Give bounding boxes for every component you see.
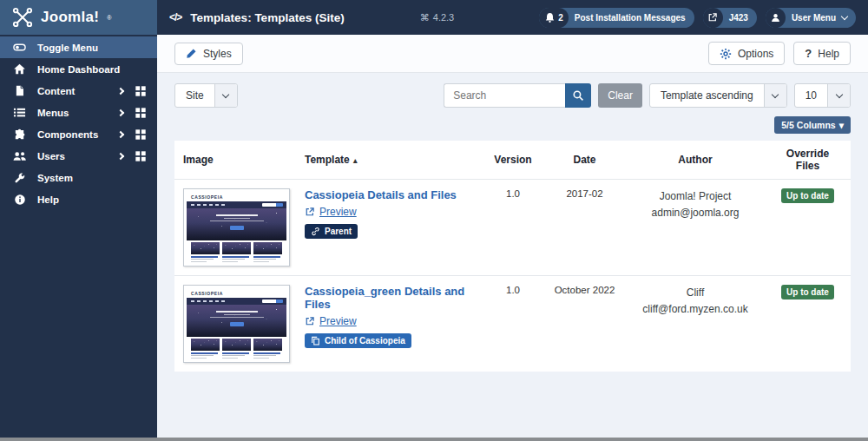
messages-count-wrap: 2 (539, 8, 569, 28)
chevron-down-icon (835, 91, 842, 98)
sidebar-item-users[interactable]: Users (0, 145, 157, 167)
main-row: Toggle Menu Home Dashboard Content (0, 35, 868, 438)
top-bar: Joomla! ® </> Templates: Templates (Site… (0, 0, 868, 35)
thumb-hero-image (187, 305, 286, 337)
filter-right-group: Clear Template ascending 10 (444, 83, 851, 108)
wrench-icon (12, 172, 27, 184)
styles-button[interactable]: Styles (174, 43, 243, 65)
sidebar-item-home-dashboard[interactable]: Home Dashboard (0, 58, 157, 80)
thumb-site-title: CASSIOPEIA (187, 192, 286, 201)
client-filter-value: Site (175, 84, 214, 107)
toggle-icon (12, 41, 27, 54)
site-preview-button[interactable]: J423 (703, 8, 757, 28)
select-caret (214, 84, 237, 107)
sidebar-item-label: Users (37, 151, 65, 161)
select-caret (764, 84, 786, 107)
sort-select-value: Template ascending (650, 84, 764, 107)
user-menu-button[interactable]: User Menu (766, 8, 856, 28)
template-details-link[interactable]: Cassiopeia Details and Files (305, 188, 457, 201)
sidebar: Toggle Menu Home Dashboard Content (0, 35, 157, 438)
user-icon (770, 12, 781, 23)
chevron-right-icon (117, 109, 124, 115)
file-icon (12, 84, 27, 97)
grid-icon[interactable] (135, 150, 147, 162)
question-icon: ? (805, 47, 812, 60)
search-input[interactable] (444, 83, 565, 108)
sidebar-item-label: Components (37, 129, 98, 140)
version-cell: 1.0 (483, 276, 543, 372)
post-installation-messages-button[interactable]: 2 Post Installation Messages (539, 8, 694, 28)
sidebar-item-help[interactable]: Help (0, 188, 157, 210)
logo-text: Joomla! (41, 9, 99, 26)
chevron-down-icon (772, 91, 779, 98)
author-name: Cliff (635, 285, 756, 301)
code-icon: </> (169, 11, 181, 23)
chevron-right-icon (117, 87, 124, 94)
chevron-right-icon (117, 130, 124, 137)
sidebar-item-label: Help (37, 194, 59, 205)
external-link-icon (305, 207, 315, 217)
sidebar-item-label: Menus (37, 108, 69, 118)
user-menu-label: User Menu (792, 13, 836, 23)
columns-row: 5/5 Columns (174, 116, 851, 134)
site-link-label: J423 (729, 13, 748, 23)
date-cell: October 2022 (543, 276, 626, 372)
column-header-template[interactable]: Template (296, 141, 483, 180)
client-filter-select[interactable]: Site (174, 83, 238, 108)
sidebar-item-system[interactable]: System (0, 167, 157, 188)
author-email: admin@joomla.org (635, 205, 756, 221)
table-row: CASSIOPEIA (174, 180, 851, 276)
preview-link[interactable]: Preview (319, 206, 357, 218)
thumb-cards (187, 240, 286, 263)
limit-select[interactable]: 10 (794, 83, 851, 108)
override-files-cell: Up to date (765, 276, 851, 372)
template-thumbnail: CASSIOPEIA (183, 188, 290, 267)
options-label: Options (738, 48, 773, 60)
thumb-navbar (187, 298, 286, 305)
options-button[interactable]: Options (708, 42, 785, 65)
external-link-icon (305, 316, 315, 326)
bell-icon (544, 12, 556, 23)
messages-label: Post Installation Messages (575, 13, 686, 23)
sidebar-item-menus[interactable]: Menus (0, 102, 157, 123)
styles-label: Styles (203, 48, 232, 60)
thumb-navbar (187, 201, 286, 208)
grid-icon[interactable] (135, 107, 147, 119)
grid-icon[interactable] (135, 128, 147, 141)
child-badge: Child of Cassiopeia (305, 333, 411, 348)
table-header-row: Image Template Version Date Author Overr… (174, 141, 851, 180)
help-button[interactable]: ? Help (793, 42, 851, 65)
page-title: Templates: Templates (Site) (190, 11, 344, 24)
author-cell: Joomla! Project admin@joomla.org (626, 180, 765, 276)
search-group (444, 83, 591, 108)
template-cell: Cassiopeia_green Details and Files Previ… (296, 276, 483, 372)
sidebar-item-content[interactable]: Content (0, 80, 157, 102)
toolbar: Styles Options ? Help (157, 35, 868, 73)
preview-link[interactable]: Preview (319, 315, 357, 327)
thumb-hero-image (187, 208, 286, 240)
content-body: Site Clear (157, 73, 868, 438)
sidebar-item-toggle-menu[interactable]: Toggle Menu (0, 36, 157, 58)
template-details-link[interactable]: Cassiopeia_green Details and Files (305, 285, 474, 311)
pencil-icon (186, 48, 197, 59)
select-caret (827, 84, 850, 107)
joomla-logo: Joomla! ® (0, 0, 157, 35)
clear-button[interactable]: Clear (598, 83, 642, 108)
toolbar-right: Options ? Help (708, 42, 851, 65)
grid-icon[interactable] (135, 85, 147, 97)
chevron-down-icon (841, 12, 848, 19)
column-header-version: Version (483, 141, 543, 180)
home-icon (12, 63, 27, 76)
info-icon (12, 194, 27, 206)
search-icon (572, 89, 584, 102)
search-button[interactable] (565, 83, 591, 108)
version-icon: ⌘ (420, 12, 430, 23)
column-header-override-files: Override Files (765, 141, 851, 180)
sidebar-item-label: Home Dashboard (37, 64, 120, 75)
thumb-cards (187, 337, 286, 359)
columns-toggle-button[interactable]: 5/5 Columns (774, 116, 851, 134)
column-header-image: Image (174, 141, 296, 180)
author-email: cliff@ford.myzen.co.uk (635, 301, 756, 318)
sidebar-item-components[interactable]: Components (0, 123, 157, 145)
sort-select[interactable]: Template ascending (649, 83, 787, 108)
